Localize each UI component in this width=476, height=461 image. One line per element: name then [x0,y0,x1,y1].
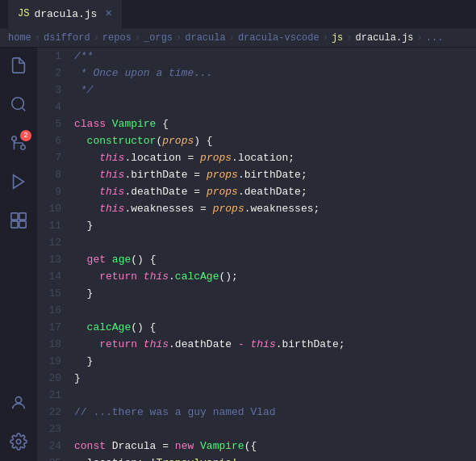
main-area: 2 [0,48,476,461]
breadcrumb-dsifford[interactable]: dsifford [44,32,90,44]
breadcrumb-sep7: › [346,32,352,44]
code-line-25: location: 'Transylvania', [74,455,476,461]
code-line-23 [74,421,476,438]
code-line-10: this.weaknesses = props.weaknesses; [74,200,476,217]
breadcrumb-dracula[interactable]: dracula [185,32,225,44]
code-line-7: this.location = props.location; [74,149,476,166]
code-line-12 [74,234,476,251]
code-line-11: } [74,217,476,234]
breadcrumb-dots: ... [426,32,444,44]
account-icon[interactable] [7,392,30,414]
editor-area[interactable]: 12345 678910 1112131415 1617181920 21222… [37,48,476,461]
line-numbers: 12345 678910 1112131415 1617181920 21222… [37,48,68,461]
activity-bar: 2 [0,48,37,461]
code-line-15: } [74,285,476,302]
svg-rect-8 [11,221,18,228]
code-line-18: return this.deathDate - this.birthDate; [74,336,476,353]
code-line-6: constructor(props) { [74,132,476,149]
svg-rect-7 [19,213,26,220]
svg-point-0 [12,98,24,110]
explorer-icon[interactable] [7,54,30,77]
code-container[interactable]: 12345 678910 1112131415 1617181920 21222… [37,48,476,461]
code-line-8: this.birthDate = props.birthDate; [74,166,476,183]
code-editor[interactable]: /** * Once upon a time... */ class Vampi… [68,48,476,461]
code-line-13: get age() { [74,251,476,268]
title-bar: JS dracula.js × [0,0,476,28]
search-icon[interactable] [7,93,30,115]
code-line-16 [74,302,476,319]
svg-marker-5 [14,175,24,189]
settings-icon[interactable] [7,430,30,453]
code-line-17: calcAge() { [74,319,476,336]
code-line-5: class Vampire { [74,115,476,132]
breadcrumb-sep5: › [229,32,235,44]
code-line-20: } [74,370,476,387]
source-control-badge: 2 [20,130,31,141]
code-line-1: /** [74,48,476,65]
svg-rect-9 [19,221,26,228]
code-line-22: // ...there was a guy named Vlad [74,404,476,421]
svg-point-10 [15,397,21,403]
extensions-icon[interactable] [7,209,30,232]
editor-tab[interactable]: JS dracula.js × [8,0,122,28]
svg-line-1 [22,107,25,111]
code-line-9: this.deathDate = props.deathDate; [74,183,476,200]
breadcrumb-sep: › [35,32,40,44]
code-line-3: */ [74,82,476,98]
breadcrumb-home[interactable]: home [8,32,31,44]
breadcrumb-orgs[interactable]: _orgs [144,32,173,44]
activity-bar-bottom [7,392,30,461]
svg-point-2 [21,145,26,150]
code-line-4 [74,98,476,115]
code-line-2: * Once upon a time... [74,65,476,82]
tab-label: dracula.js [34,8,97,20]
code-line-24: const Dracula = new Vampire({ [74,438,476,455]
breadcrumb-sep3: › [135,32,140,44]
svg-rect-6 [11,213,18,220]
svg-point-11 [16,439,21,444]
js-file-icon: JS [18,8,29,19]
breadcrumb-filename[interactable]: dracula.js [356,32,414,44]
svg-point-3 [12,136,17,141]
breadcrumb-repos[interactable]: repos [102,32,132,44]
breadcrumb: home › dsifford › repos › _orgs › dracul… [0,28,476,48]
breadcrumb-sep4: › [176,32,182,44]
breadcrumb-sep6: › [323,32,328,44]
tab-close-button[interactable]: × [105,7,111,20]
breadcrumb-js[interactable]: js [332,32,343,44]
source-control-icon[interactable]: 2 [7,132,30,154]
breadcrumb-sep8: › [417,32,423,44]
run-debug-icon[interactable] [7,170,30,193]
breadcrumb-vscode[interactable]: dracula-vscode [238,32,319,44]
code-line-21 [74,387,476,404]
breadcrumb-sep2: › [94,32,99,44]
code-line-19: } [74,353,476,370]
code-line-14: return this.calcAge(); [74,268,476,285]
